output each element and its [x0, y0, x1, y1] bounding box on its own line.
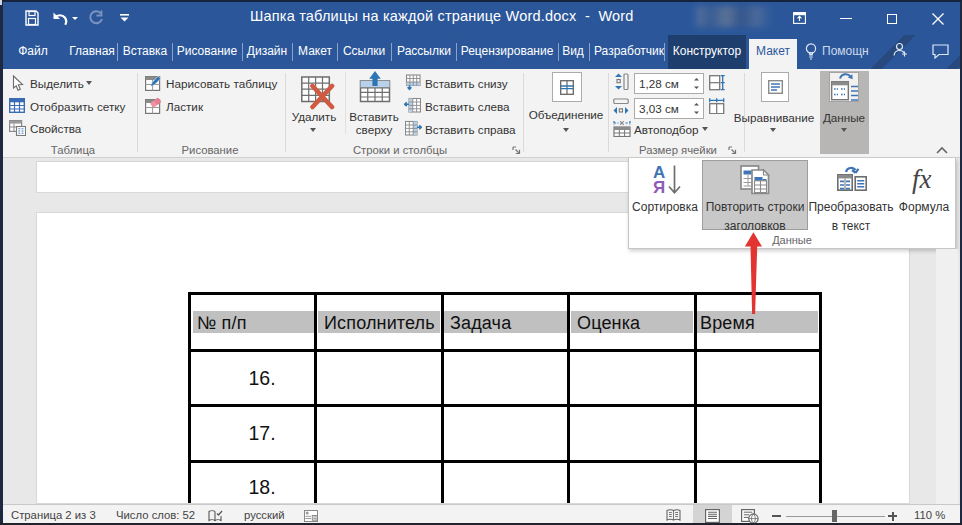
svg-text:Я: Я — [653, 178, 665, 195]
